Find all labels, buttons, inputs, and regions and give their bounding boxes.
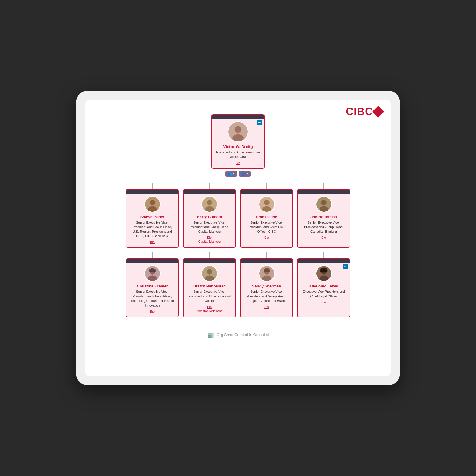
kikelomo-lawal-avatar [316, 265, 332, 282]
frank-guse-avatar [259, 196, 275, 212]
ceo-section: in Victor G. Dodig President and Chief E… [211, 114, 265, 177]
exec-title-6: Senior Executive Vice-President and Grou… [244, 290, 290, 303]
ceo-card-header-bar [212, 115, 264, 119]
exec-name-2: Frank Guse [244, 215, 290, 219]
total-count: 8 [247, 172, 248, 176]
exec-name-6: Sandy Sharman [244, 284, 290, 288]
ceo-vert-line [238, 177, 238, 183]
exec-bio-4[interactable]: Bio [129, 310, 175, 313]
harry-culham-avatar [201, 196, 218, 212]
card-header-bar [241, 190, 292, 194]
exec-name-3: Jon Hountalas [301, 215, 347, 219]
card-frank-guse: Frank Guse Senior Executive Vice-Preside… [240, 189, 293, 248]
cibc-logo-text: CIBC [346, 105, 373, 118]
horiz-connector-top [122, 183, 354, 183]
exec-name-1: Harry Culham [186, 215, 232, 219]
svg-point-20 [207, 269, 212, 275]
exec-title-1: Senior Executive Vice-President and Grou… [186, 220, 232, 234]
kikelomo-linkedin-badge[interactable]: in [343, 264, 348, 269]
svg-point-15 [319, 206, 328, 212]
svg-point-9 [205, 206, 214, 212]
device-frame: CIBC in Victor G. D [76, 91, 400, 385]
svg-point-5 [150, 200, 155, 205]
svg-point-21 [205, 276, 214, 282]
card-christina-kramer: Christina Kramer Senior Executive Vice-P… [126, 258, 179, 317]
exec-name-7: Kikelomo Lawal [301, 284, 347, 288]
person-icon: 👤 [242, 172, 246, 176]
exec-bio-5[interactable]: Bio [186, 305, 232, 309]
svg-point-18 [148, 276, 157, 282]
ceo-connector [238, 177, 238, 183]
exec-extra-link-5[interactable]: Investor Relations [186, 309, 232, 313]
executives-row-2: Christina Kramer Senior Executive Vice-P… [126, 258, 350, 317]
horiz-connector-bottom [122, 252, 354, 252]
ceo-linkedin-badge[interactable]: in [257, 120, 262, 125]
card-header-bar [298, 259, 350, 263]
direct-count: 8 [233, 172, 234, 176]
shawn-beber-avatar [144, 196, 161, 212]
jon-hountalas-avatar [316, 196, 332, 212]
exec-title-0: Senior Executive Vice-President and Grou… [129, 220, 175, 239]
direct-count-badge: 👥 8 [225, 171, 237, 177]
exec-name-4: Christina Kramer [129, 284, 175, 288]
exec-name-5: Hratch Panossian [186, 284, 232, 288]
ceo-bio-link[interactable]: Bio [215, 161, 261, 165]
svg-point-27 [319, 276, 328, 282]
card-header-bar [241, 259, 292, 263]
card-jon-hountalas: Jon Hountalas Senior Executive Vice-Pres… [297, 189, 350, 248]
card-header-bar [184, 190, 235, 194]
card-shawn-beber: Shawn Beber Senior Executive Vice-Presid… [126, 189, 179, 248]
exec-title-2: Senior Executive Vice-President and Chie… [244, 220, 290, 234]
svg-point-12 [262, 206, 271, 212]
exec-bio-3[interactable]: Bio [301, 236, 347, 239]
exec-bio-6[interactable]: Bio [244, 305, 290, 309]
svg-point-6 [148, 206, 157, 212]
watermark: 🏢 Org Chart Created in Organimi [94, 332, 382, 338]
card-kikelomo-lawal: in Kikelomo Lawal Executive Vice-Preside… [297, 258, 350, 317]
executives-row-1: Shawn Beber Senior Executive Vice-Presid… [126, 189, 350, 248]
hratch-panossian-avatar [201, 265, 218, 282]
svg-point-1 [235, 126, 242, 133]
sandy-sharman-avatar [259, 265, 275, 282]
ceo-name: Victor G. Dodig [215, 144, 261, 149]
exec-bio-2[interactable]: Bio [244, 236, 290, 239]
christina-kramer-avatar [144, 265, 161, 282]
exec-title-7: Executive Vice-President and Chief Legal… [301, 290, 347, 299]
exec-bio-1[interactable]: Bio [186, 236, 232, 239]
card-header-bar [184, 259, 235, 263]
ceo-title: President and Chief Executive Officer, C… [215, 150, 261, 159]
exec-title-4: Senior Executive Vice-President and Grou… [129, 290, 175, 308]
exec-title-5: Senior Executive Vice-President and Chie… [186, 290, 232, 303]
svg-point-24 [262, 276, 271, 282]
svg-point-14 [321, 200, 327, 205]
card-sandy-sharman: Sandy Sharman Senior Executive Vice-Pres… [240, 258, 293, 317]
card-header-bar [126, 259, 178, 263]
svg-point-2 [232, 134, 244, 142]
exec-title-3: Senior Executive Vice-President and Grou… [301, 220, 347, 234]
watermark-text: Org Chart Created in Organimi [216, 333, 269, 337]
row1-vert-connectors [122, 183, 354, 189]
exec-bio-7[interactable]: Bio [301, 300, 347, 304]
device-inner: CIBC in Victor G. D [85, 100, 391, 376]
count-badges-row: 👥 8 👤 8 [225, 171, 251, 177]
org-chart: in Victor G. Dodig President and Chief E… [94, 108, 382, 326]
exec-name-0: Shawn Beber [129, 215, 175, 219]
exec-bio-0[interactable]: Bio [129, 240, 175, 244]
card-header-bar [126, 190, 178, 194]
card-harry-culham: Harry Culham Senior Executive Vice-Presi… [183, 189, 236, 248]
people-icon: 👥 [228, 172, 232, 176]
svg-point-11 [264, 200, 270, 205]
row2-vert-connectors [122, 252, 354, 258]
cibc-logo: CIBC [346, 105, 382, 118]
card-hratch-panossian: Hratch Panossian Senior Executive Vice-P… [183, 258, 236, 317]
ceo-card: in Victor G. Dodig President and Chief E… [211, 114, 265, 169]
svg-point-8 [207, 200, 212, 205]
organimi-icon: 🏢 [207, 332, 214, 338]
card-header-bar [298, 190, 350, 194]
exec-extra-link-1[interactable]: Capital Markets [186, 240, 232, 243]
total-count-badge: 👤 8 [239, 171, 251, 177]
ceo-avatar [228, 121, 248, 142]
cibc-diamond-icon [372, 106, 384, 118]
